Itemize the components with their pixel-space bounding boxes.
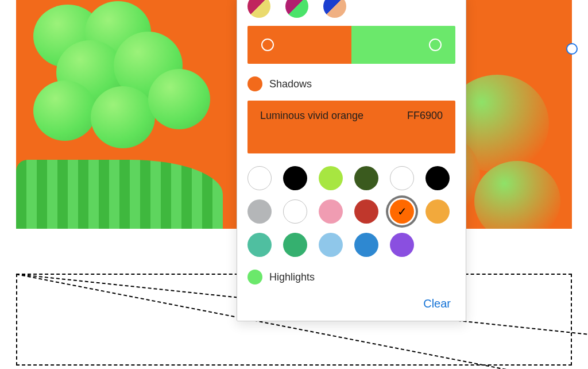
- drag-handle-icon: [429, 39, 442, 51]
- check-icon: ✓: [397, 205, 407, 218]
- swatch-green[interactable]: [283, 233, 307, 257]
- swatch-white-1[interactable]: [247, 166, 272, 190]
- swatch-amber[interactable]: [425, 199, 450, 224]
- swatch-grid: ✓: [247, 166, 455, 257]
- swatch-violet[interactable]: [390, 233, 414, 257]
- current-color-readout[interactable]: Luminous vivid orange FF6900: [247, 101, 455, 153]
- swatch-lime[interactable]: [319, 166, 343, 190]
- gradient-shadows-stop[interactable]: [247, 26, 351, 64]
- shadows-label: Shadows: [269, 78, 312, 90]
- highlights-label: Highlights: [269, 271, 315, 283]
- swatch-teal[interactable]: [247, 233, 272, 257]
- selection-handle-right[interactable]: [566, 43, 578, 55]
- swatch-blue[interactable]: [354, 233, 378, 257]
- current-color-hex: FF6900: [407, 110, 443, 122]
- duotone-panel: Shadows Luminous vivid orange FF6900 ✓ H…: [237, 0, 466, 321]
- highlights-section: Highlights: [247, 270, 455, 285]
- swatch-brick[interactable]: [354, 199, 378, 224]
- swatch-black-2[interactable]: [425, 166, 450, 190]
- swatch-black-1[interactable]: [283, 166, 307, 190]
- basket-shape: [16, 160, 223, 229]
- swatch-white-2[interactable]: [390, 166, 414, 190]
- swatch-gray[interactable]: [247, 199, 272, 224]
- swatch-pink[interactable]: [319, 199, 343, 224]
- swatch-lvorange[interactable]: ✓: [390, 199, 414, 224]
- preset-red-yellow[interactable]: [247, 0, 270, 18]
- swatch-dark-olive[interactable]: [354, 166, 378, 190]
- preset-blue-peach[interactable]: [323, 0, 346, 18]
- gradient-highlights-stop[interactable]: [351, 26, 455, 64]
- preset-magenta-green[interactable]: [285, 0, 308, 18]
- clear-button[interactable]: Clear: [423, 297, 451, 310]
- shadows-section: Shadows: [247, 76, 455, 91]
- swatch-white-3[interactable]: [283, 199, 307, 224]
- swatch-sky[interactable]: [319, 233, 343, 257]
- duotone-gradient-bar[interactable]: [247, 26, 455, 64]
- highlights-color-dot: [247, 270, 262, 285]
- drag-handle-icon: [261, 39, 274, 51]
- shadows-color-dot: [247, 76, 262, 91]
- current-color-name: Luminous vivid orange: [260, 110, 407, 122]
